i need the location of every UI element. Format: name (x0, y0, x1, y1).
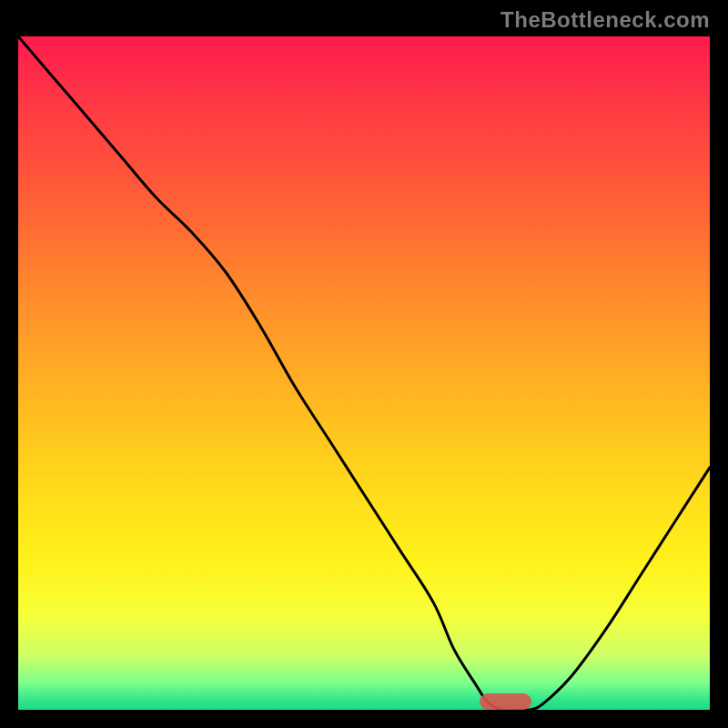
plot-area (18, 36, 710, 710)
chart-frame: TheBottleneck.com (0, 0, 728, 728)
bottleneck-curve (18, 36, 710, 710)
watermark-text: TheBottleneck.com (500, 7, 710, 33)
curve-layer (18, 36, 710, 710)
optimal-range-marker (480, 693, 531, 710)
